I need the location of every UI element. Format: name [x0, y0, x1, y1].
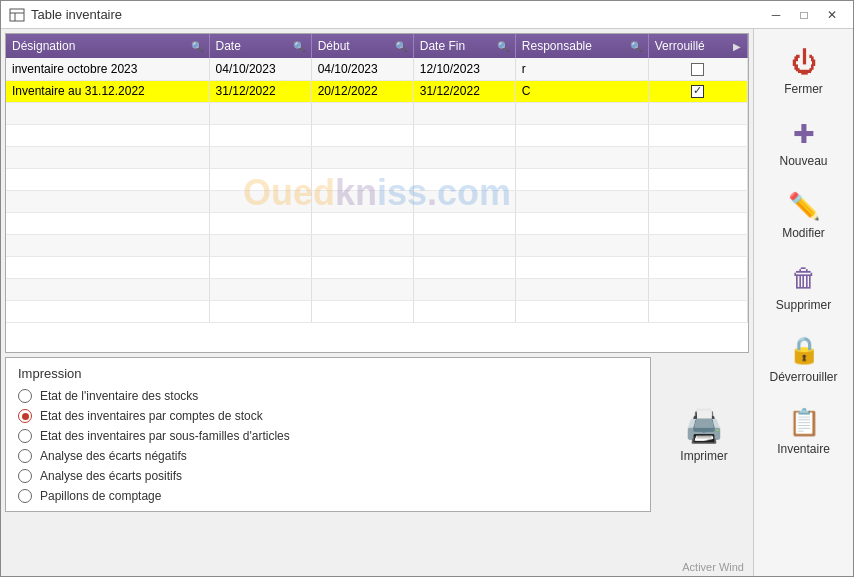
supprimer-button[interactable]: 🗑 Supprimer — [759, 253, 849, 321]
col-responsable: Responsable 🔍 — [515, 34, 648, 58]
supprimer-label: Supprimer — [776, 298, 831, 312]
lock-icon: 🔒 — [788, 335, 820, 366]
col-debut: Début 🔍 — [311, 34, 413, 58]
radio-item-opt1[interactable]: Etat de l'inventaire des stocks — [18, 389, 638, 403]
radio-item-opt3[interactable]: Etat des inventaires par sous-familles d… — [18, 429, 638, 443]
bottom-section: Impression Etat de l'inventaire des stoc… — [5, 357, 749, 512]
window-title: Table inventaire — [31, 7, 122, 22]
radio-label-opt1: Etat de l'inventaire des stocks — [40, 389, 198, 403]
table-row-empty — [6, 124, 748, 146]
radio-item-opt6[interactable]: Papillons de comptage — [18, 489, 638, 503]
impression-box: Impression Etat de l'inventaire des stoc… — [5, 357, 651, 512]
deverrouiller-label: Déverrouiller — [769, 370, 837, 384]
title-bar-left: Table inventaire — [9, 7, 122, 23]
radio-unselected-icon — [18, 489, 32, 503]
close-button[interactable]: ✕ — [819, 5, 845, 25]
col-date-fin: Date Fin 🔍 — [413, 34, 515, 58]
col-verrouille: Verrouillé ▶ — [648, 34, 747, 58]
nouveau-button[interactable]: ✚ Nouveau — [759, 109, 849, 177]
power-icon: ⏻ — [791, 47, 817, 78]
search-date-icon[interactable]: 🔍 — [293, 41, 305, 52]
trash-icon: 🗑 — [791, 263, 817, 294]
activer-windows: Activer Wind — [682, 561, 744, 573]
minimize-button[interactable]: ─ — [763, 5, 789, 25]
content-area: Ouedkniss.com Désignation 🔍 — [1, 29, 853, 576]
imprimer-button[interactable]: 🖨️ Imprimer — [664, 400, 744, 470]
radio-item-opt5[interactable]: Analyse des écarts positifs — [18, 469, 638, 483]
table-row-empty — [6, 212, 748, 234]
svg-rect-0 — [10, 9, 24, 21]
title-controls: ─ □ ✕ — [763, 5, 845, 25]
fermer-button[interactable]: ⏻ Fermer — [759, 37, 849, 105]
table-row-empty — [6, 256, 748, 278]
maximize-button[interactable]: □ — [791, 5, 817, 25]
radio-group: Etat de l'inventaire des stocksEtat des … — [18, 389, 638, 503]
table-row-empty — [6, 278, 748, 300]
checkbox-checked-icon — [691, 85, 704, 98]
cell-designation: inventaire octobre 2023 — [6, 58, 209, 80]
nouveau-label: Nouveau — [779, 154, 827, 168]
search-responsable-icon[interactable]: 🔍 — [630, 41, 642, 52]
cell-responsable: C — [515, 80, 648, 102]
radio-label-opt3: Etat des inventaires par sous-familles d… — [40, 429, 290, 443]
title-bar: Table inventaire ─ □ ✕ — [1, 1, 853, 29]
radio-unselected-icon — [18, 429, 32, 443]
impression-title: Impression — [18, 366, 638, 381]
printer-icon: 🖨️ — [684, 407, 724, 445]
table-row[interactable]: inventaire octobre 202304/10/202304/10/2… — [6, 58, 748, 80]
table-header-row: Désignation 🔍 Date 🔍 — [6, 34, 748, 58]
search-designation-icon[interactable]: 🔍 — [191, 41, 203, 52]
cell-designation: Inventaire au 31.12.2022 — [6, 80, 209, 102]
radio-item-opt4[interactable]: Analyse des écarts négatifs — [18, 449, 638, 463]
cell-responsable: r — [515, 58, 648, 80]
cell-date_fin: 31/12/2022 — [413, 80, 515, 102]
search-datefin-icon[interactable]: 🔍 — [497, 41, 509, 52]
imprimer-box: 🖨️ Imprimer — [659, 357, 749, 512]
verrouille-cell — [648, 80, 747, 102]
cell-debut: 20/12/2022 — [311, 80, 413, 102]
table-row-empty — [6, 168, 748, 190]
inventory-table: Désignation 🔍 Date 🔍 — [6, 34, 748, 323]
cell-date_fin: 12/10/2023 — [413, 58, 515, 80]
search-debut-icon[interactable]: 🔍 — [395, 41, 407, 52]
modifier-label: Modifier — [782, 226, 825, 240]
imprimer-label: Imprimer — [680, 449, 727, 463]
radio-unselected-icon — [18, 449, 32, 463]
checkbox-unchecked-icon — [691, 63, 704, 76]
radio-unselected-icon — [18, 469, 32, 483]
radio-unselected-icon — [18, 389, 32, 403]
col-designation: Désignation 🔍 — [6, 34, 209, 58]
radio-label-opt5: Analyse des écarts positifs — [40, 469, 182, 483]
inventaire-label: Inventaire — [777, 442, 830, 456]
main-window: Table inventaire ─ □ ✕ Ouedkniss.com — [0, 0, 854, 577]
cell-date: 04/10/2023 — [209, 58, 311, 80]
table-body: inventaire octobre 202304/10/202304/10/2… — [6, 58, 748, 322]
table-row-empty — [6, 234, 748, 256]
inventory-table-wrapper: Ouedkniss.com Désignation 🔍 — [5, 33, 749, 353]
modifier-button[interactable]: ✏️ Modifier — [759, 181, 849, 249]
table-row[interactable]: Inventaire au 31.12.202231/12/202220/12/… — [6, 80, 748, 102]
cell-date: 31/12/2022 — [209, 80, 311, 102]
main-panel: Ouedkniss.com Désignation 🔍 — [1, 29, 753, 576]
pencil-icon: ✏️ — [788, 191, 820, 222]
plus-icon: ✚ — [793, 119, 815, 150]
window-icon — [9, 7, 25, 23]
col-verrouille-arrow: ▶ — [733, 41, 741, 52]
table-row-empty — [6, 190, 748, 212]
table-row-empty — [6, 102, 748, 124]
table-row-empty — [6, 146, 748, 168]
sidebar: ⏻ Fermer ✚ Nouveau ✏️ Modifier 🗑 Supprim… — [753, 29, 853, 576]
radio-selected-icon — [18, 409, 32, 423]
inventaire-button[interactable]: 📋 Inventaire — [759, 397, 849, 465]
radio-item-opt2[interactable]: Etat des inventaires par comptes de stoc… — [18, 409, 638, 423]
verrouille-cell — [648, 58, 747, 80]
table-row-empty — [6, 300, 748, 322]
cell-debut: 04/10/2023 — [311, 58, 413, 80]
deverrouiller-button[interactable]: 🔒 Déverrouiller — [759, 325, 849, 393]
inventaire-icon: 📋 — [788, 407, 820, 438]
col-date: Date 🔍 — [209, 34, 311, 58]
radio-label-opt4: Analyse des écarts négatifs — [40, 449, 187, 463]
fermer-label: Fermer — [784, 82, 823, 96]
radio-label-opt2: Etat des inventaires par comptes de stoc… — [40, 409, 263, 423]
radio-label-opt6: Papillons de comptage — [40, 489, 161, 503]
